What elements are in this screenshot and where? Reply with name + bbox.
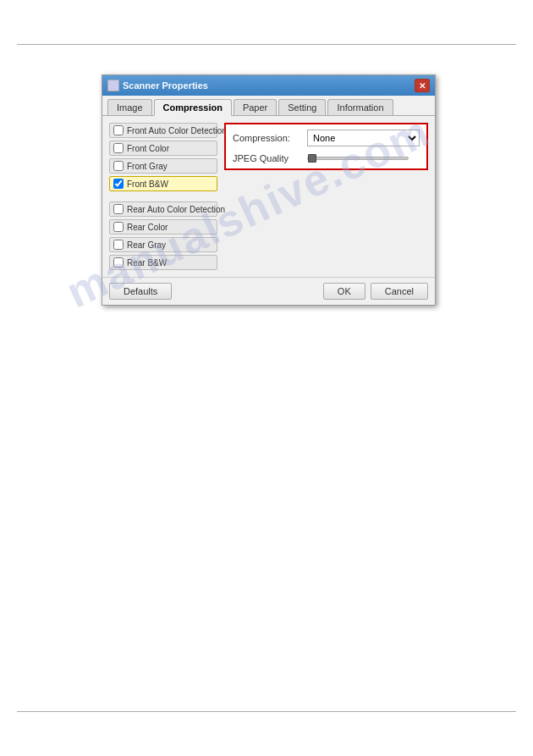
- rear-auto-btn[interactable]: Rear Auto Color Detection: [109, 201, 217, 217]
- front-auto-checkbox[interactable]: [113, 125, 124, 135]
- defaults-button[interactable]: Defaults: [109, 283, 172, 300]
- tab-setting[interactable]: Setting: [278, 99, 326, 115]
- front-bw-label: Front B&W: [127, 179, 168, 189]
- settings-box: Compression: None JPEG LZW ZIP JPEG Qual…: [224, 123, 428, 170]
- rear-gray-checkbox[interactable]: [113, 240, 124, 250]
- title-bar: Scanner Properties ✕: [102, 75, 435, 96]
- jpeg-quality-label: JPEG Quality: [233, 153, 300, 163]
- dialog-footer: Defaults OK Cancel: [102, 277, 435, 305]
- front-color-label: Front Color: [127, 144, 169, 153]
- front-gray-btn[interactable]: Front Gray: [109, 158, 217, 174]
- compression-label: Compression:: [233, 133, 300, 143]
- rear-bw-btn[interactable]: Rear B&W: [109, 255, 217, 270]
- rear-gray-btn[interactable]: Rear Gray: [109, 237, 217, 252]
- compression-row: Compression: None JPEG LZW ZIP: [233, 130, 420, 146]
- front-bw-btn[interactable]: Front B&W: [109, 176, 217, 191]
- rear-gray-label: Rear Gray: [127, 240, 166, 250]
- tab-compression[interactable]: Compression: [154, 99, 232, 116]
- slider-track: [307, 157, 409, 160]
- slider-thumb[interactable]: [308, 154, 316, 163]
- section-gap: [109, 194, 217, 199]
- front-color-btn[interactable]: Front Color: [109, 141, 217, 156]
- cancel-button[interactable]: Cancel: [371, 283, 428, 300]
- front-bw-checkbox[interactable]: [113, 179, 124, 189]
- rear-bw-label: Rear B&W: [127, 258, 167, 268]
- rear-auto-label: Rear Auto Color Detection: [127, 205, 225, 214]
- close-button[interactable]: ✕: [415, 79, 430, 92]
- title-bar-left: Scanner Properties: [107, 80, 208, 91]
- right-panel: Compression: None JPEG LZW ZIP JPEG Qual…: [224, 123, 428, 270]
- rear-color-label: Rear Color: [127, 223, 168, 232]
- left-panel: Front Auto Color Detection Front Color F…: [109, 123, 217, 270]
- rear-color-btn[interactable]: Rear Color: [109, 219, 217, 235]
- tab-paper[interactable]: Paper: [234, 99, 277, 115]
- jpeg-quality-row: JPEG Quality: [233, 153, 420, 163]
- rear-color-checkbox[interactable]: [113, 222, 124, 232]
- dialog-title: Scanner Properties: [123, 80, 208, 91]
- rear-auto-checkbox[interactable]: [113, 204, 124, 214]
- slider-container: [307, 157, 420, 160]
- front-auto-label: Front Auto Color Detection: [127, 126, 227, 135]
- tab-bar: Image Compression Paper Setting Informat…: [102, 96, 435, 116]
- front-gray-checkbox[interactable]: [113, 161, 124, 171]
- scanner-properties-dialog: Scanner Properties ✕ Image Compression P…: [102, 74, 436, 306]
- dialog-icon: [107, 80, 119, 91]
- tab-information[interactable]: Information: [327, 99, 393, 115]
- front-gray-label: Front Gray: [127, 162, 168, 171]
- top-rule: [17, 44, 516, 45]
- footer-right: OK Cancel: [323, 283, 428, 300]
- dialog-body: Front Auto Color Detection Front Color F…: [102, 116, 435, 277]
- front-color-checkbox[interactable]: [113, 143, 124, 153]
- compression-select[interactable]: None JPEG LZW ZIP: [307, 130, 420, 146]
- tab-image[interactable]: Image: [107, 99, 152, 115]
- bottom-rule: [17, 711, 516, 712]
- rear-bw-checkbox[interactable]: [113, 257, 124, 268]
- front-auto-btn[interactable]: Front Auto Color Detection: [109, 123, 217, 138]
- ok-button[interactable]: OK: [323, 283, 365, 300]
